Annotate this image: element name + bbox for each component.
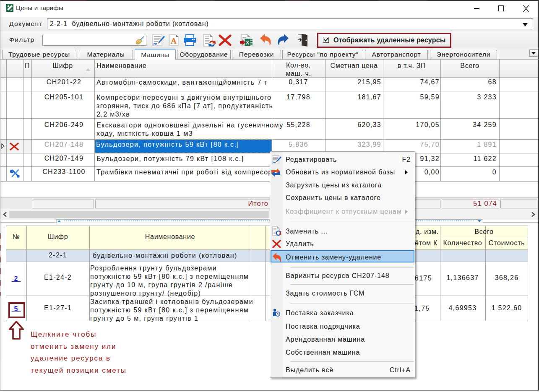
svg-text:A: A [171,36,177,45]
svg-text:X: X [246,40,249,46]
